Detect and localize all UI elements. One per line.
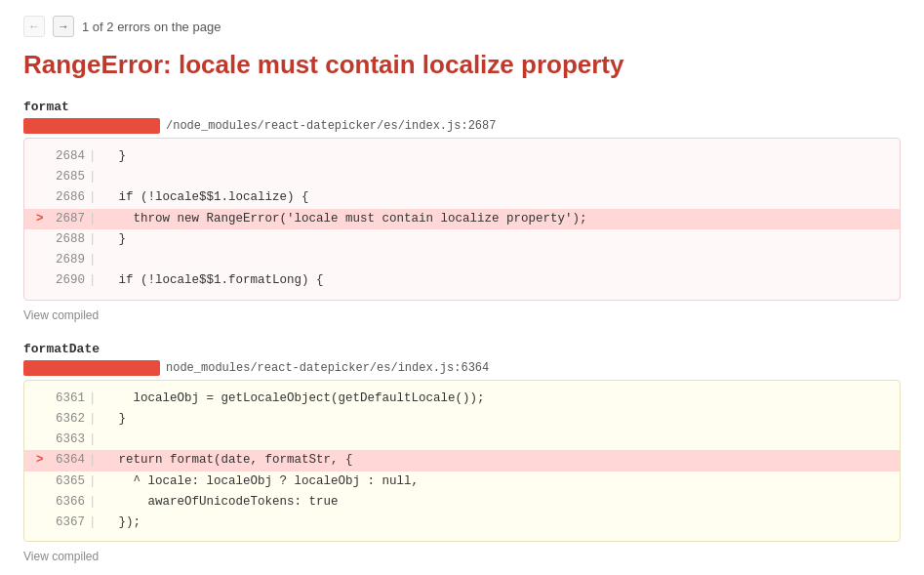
line-arrow: [36, 389, 50, 409]
nav-bar: ← → 1 of 2 errors on the page: [23, 16, 901, 37]
line-separator: |: [89, 270, 97, 291]
line-separator: |: [89, 146, 97, 167]
line-number: 6365: [50, 472, 85, 492]
view-compiled-format[interactable]: View compiled: [23, 308, 901, 322]
line-code-content: localeObj = getLocaleObject(getDefaultLo…: [104, 389, 485, 409]
line-number: 6363: [50, 430, 85, 450]
stack-section-format: format /node_modules/react-datepicker/es…: [23, 100, 901, 322]
line-number: 6362: [50, 409, 85, 430]
line-number: 2690: [50, 270, 85, 291]
stack-section-formatdate: formatDate node_modules/react-datepicker…: [23, 342, 901, 564]
line-code-content: }: [104, 146, 127, 167]
stack-label-format: format: [23, 100, 901, 114]
code-line: 2690| if (!locale$$1.formatLong) {: [24, 270, 900, 291]
line-separator: |: [89, 472, 97, 492]
line-code-content: return format(date, formatStr, {: [104, 450, 353, 471]
line-number: 6361: [50, 389, 85, 409]
code-line: 6361| localeObj = getLocaleObject(getDef…: [24, 389, 900, 409]
line-separator: |: [89, 409, 97, 430]
line-arrow: [36, 513, 50, 533]
code-line: 2689|: [24, 250, 900, 270]
code-line: >6364| return format(date, formatStr, {: [24, 450, 900, 471]
line-number: 2687: [50, 209, 85, 229]
stack-file-bar-formatdate: node_modules/react-datepicker/es/index.j…: [23, 360, 901, 376]
stack-label-formatdate: formatDate: [23, 342, 901, 356]
code-block-formatdate: 6361| localeObj = getLocaleObject(getDef…: [23, 380, 901, 543]
line-code-content: if (!locale$$1.localize) {: [104, 187, 309, 208]
line-number: 2689: [50, 250, 85, 270]
line-arrow: [36, 492, 50, 513]
line-separator: |: [89, 187, 97, 208]
code-line: >2687| throw new RangeError('locale must…: [24, 209, 900, 229]
line-arrow: [36, 167, 50, 187]
line-arrow: [36, 472, 50, 492]
line-code-content: if (!locale$$1.formatLong) {: [104, 270, 324, 291]
line-arrow: [36, 270, 50, 291]
code-line: 2684| }: [24, 146, 900, 167]
line-code-content: throw new RangeError('locale must contai…: [104, 209, 587, 229]
code-line: 6365| ^ locale: localeObj ? localeObj : …: [24, 472, 900, 492]
line-separator: |: [89, 209, 97, 229]
code-line: 2685|: [24, 167, 900, 187]
line-number: 2688: [50, 229, 85, 250]
error-title: RangeError: locale must contain localize…: [23, 49, 901, 82]
line-arrow: [36, 187, 50, 208]
error-count: 1 of 2 errors on the page: [82, 20, 221, 34]
back-arrow[interactable]: ←: [23, 16, 45, 37]
forward-arrow[interactable]: →: [53, 16, 74, 37]
line-separator: |: [89, 167, 97, 187]
line-number: 2686: [50, 187, 85, 208]
line-separator: |: [89, 492, 97, 513]
stack-file-bar-format: /node_modules/react-datepicker/es/index.…: [23, 118, 901, 134]
line-arrow: >: [36, 450, 50, 471]
line-code-content: });: [104, 513, 141, 533]
line-separator: |: [89, 450, 97, 471]
code-line: 6362| }: [24, 409, 900, 430]
line-code-content: }: [104, 409, 127, 430]
line-number: 6367: [50, 513, 85, 533]
line-code-content: }: [104, 229, 127, 250]
line-arrow: [36, 430, 50, 450]
file-path-format: /node_modules/react-datepicker/es/index.…: [166, 119, 496, 133]
line-separator: |: [89, 250, 97, 270]
line-separator: |: [89, 389, 97, 409]
line-number: 6366: [50, 492, 85, 513]
line-arrow: [36, 250, 50, 270]
file-red-bar-2: [23, 360, 160, 376]
line-separator: |: [89, 430, 97, 450]
file-red-bar: [23, 118, 160, 134]
code-line: 6363|: [24, 430, 900, 450]
line-separator: |: [89, 229, 97, 250]
code-line: 6367| });: [24, 513, 900, 533]
line-arrow: >: [36, 209, 50, 229]
line-code-content: ^ locale: localeObj ? localeObj : null,: [104, 472, 420, 492]
code-line: 2688| }: [24, 229, 900, 250]
line-number: 2684: [50, 146, 85, 167]
line-number: 6364: [50, 450, 85, 471]
line-code-content: awareOfUnicodeTokens: true: [104, 492, 339, 513]
line-separator: |: [89, 513, 97, 533]
line-arrow: [36, 229, 50, 250]
code-block-format: 2684| } 2685| 2686| if (!locale$$1.local…: [23, 138, 901, 301]
code-line: 2686| if (!locale$$1.localize) {: [24, 187, 900, 208]
line-arrow: [36, 409, 50, 430]
code-line: 6366| awareOfUnicodeTokens: true: [24, 492, 900, 513]
line-arrow: [36, 146, 50, 167]
line-number: 2685: [50, 167, 85, 187]
file-path-formatdate: node_modules/react-datepicker/es/index.j…: [166, 361, 489, 375]
view-compiled-formatdate[interactable]: View compiled: [23, 550, 901, 563]
